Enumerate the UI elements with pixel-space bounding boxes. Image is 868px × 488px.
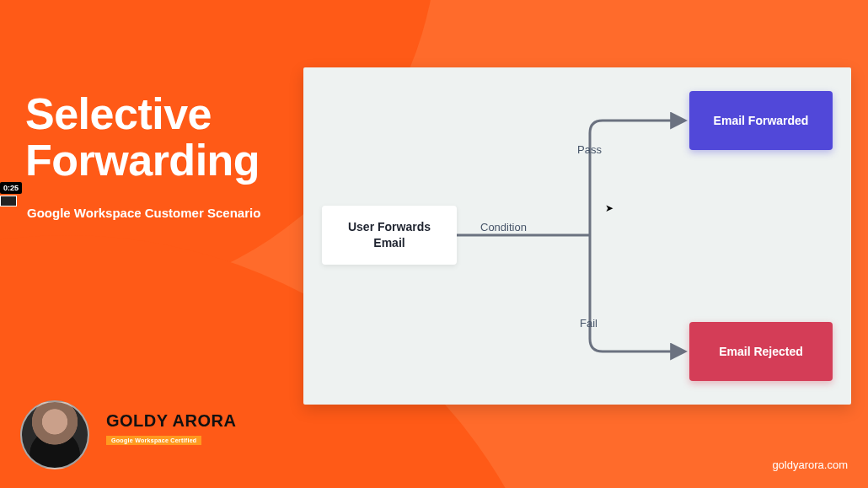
site-link[interactable]: goldyarora.com bbox=[772, 459, 848, 471]
mouse-cursor-icon: ➤ bbox=[605, 202, 613, 214]
edge-label-condition: Condition bbox=[480, 221, 527, 233]
brand-tagline: Google Workspace Certified bbox=[106, 436, 201, 445]
video-timestamp[interactable]: 0:25 bbox=[0, 182, 22, 194]
node-fail: Email Rejected bbox=[689, 322, 833, 381]
node-start: User Forwards Email bbox=[322, 206, 457, 265]
slide-subtitle: Google Workspace Customer Scenario bbox=[27, 206, 260, 220]
edge-label-pass: Pass bbox=[577, 143, 602, 156]
brand-name: GOLDY ARORA bbox=[106, 411, 236, 431]
node-pass: Email Forwarded bbox=[689, 91, 833, 150]
node-fail-label: Email Rejected bbox=[719, 345, 803, 358]
title-line-2: Forwarding bbox=[25, 136, 260, 185]
node-start-label: User Forwards Email bbox=[348, 219, 431, 251]
node-pass-label: Email Forwarded bbox=[714, 114, 809, 127]
presenter-avatar bbox=[20, 400, 89, 469]
title-line-1: Selective bbox=[25, 89, 212, 138]
slide-stage: Selective Forwarding Google Workspace Cu… bbox=[0, 0, 868, 488]
edge-label-fail: Fail bbox=[580, 317, 597, 330]
brand-block: GOLDY ARORA Google Workspace Certified bbox=[106, 411, 236, 446]
diagram-panel: User Forwards Email Email Forwarded Emai… bbox=[303, 67, 851, 405]
video-thumbnail-icon[interactable] bbox=[0, 196, 17, 206]
slide-title: Selective Forwarding bbox=[25, 91, 260, 183]
